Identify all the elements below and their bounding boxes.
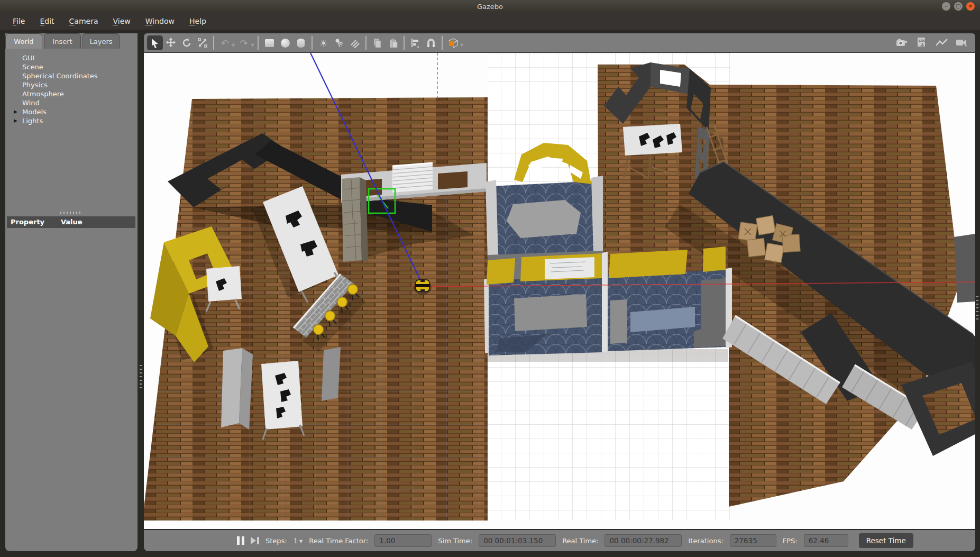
tab-insert[interactable]: Insert <box>44 33 81 49</box>
minimize-button[interactable]: – <box>942 2 950 11</box>
menu-camera[interactable]: Camera <box>62 13 106 30</box>
point-light-button[interactable]: ☀ <box>315 35 331 50</box>
fps-label: FPS: <box>783 537 798 545</box>
expand-arrow-icon[interactable]: ▶ <box>14 107 17 116</box>
menu-view[interactable]: View <box>106 13 138 30</box>
fps-value: 62.46 <box>804 534 848 547</box>
couch-gray[interactable] <box>610 299 627 344</box>
tree-item-lights[interactable]: ▶Lights <box>5 116 138 125</box>
robot-turtlebot[interactable] <box>414 280 432 295</box>
room-wall <box>602 252 608 352</box>
spot-light-icon <box>334 38 344 48</box>
tree-item-spherical-coordinates[interactable]: Spherical Coordinates <box>5 71 138 80</box>
room-lower-left[interactable] <box>484 253 602 355</box>
toolbar-separator <box>258 36 259 50</box>
plot-button[interactable] <box>934 35 950 50</box>
expand-arrow-icon[interactable]: ▶ <box>14 116 17 125</box>
toolbar-separator <box>442 36 443 50</box>
real-time-value: 00 00:00:27.982 <box>605 534 682 547</box>
toolbar-separator <box>312 36 313 50</box>
close-button[interactable]: ✕ <box>966 2 975 11</box>
steps-stepper[interactable]: 1▼ <box>294 537 303 545</box>
whiteboard <box>545 257 594 279</box>
tab-layers[interactable]: Layers <box>83 33 120 49</box>
panel-gray-small[interactable] <box>322 347 341 401</box>
steps-label: Steps: <box>265 537 287 545</box>
tree-item-gui[interactable]: GUI <box>5 53 138 62</box>
menu-help[interactable]: Help <box>182 13 214 30</box>
toolbar-separator <box>213 36 214 50</box>
snap-button[interactable] <box>423 35 439 50</box>
sphere-icon <box>281 39 290 48</box>
view-angle-button[interactable] <box>445 35 461 50</box>
svg-text:LOG: LOG <box>919 39 926 42</box>
log-icon: LOG <box>917 37 927 49</box>
table-gray[interactable] <box>514 294 587 331</box>
wall-yellow <box>609 250 688 278</box>
wall-stone-pillar[interactable] <box>342 177 368 262</box>
redo-button[interactable]: ↷ <box>236 35 252 50</box>
paste-button[interactable] <box>385 35 401 50</box>
menu-file[interactable]: File <box>5 13 32 30</box>
directional-light-button[interactable] <box>347 35 363 50</box>
value-column-header: Value <box>60 216 83 228</box>
rotate-icon <box>181 38 192 48</box>
sim-time-value: 00 00:01:03.150 <box>479 534 556 547</box>
select-arrow-icon <box>150 38 160 48</box>
titlebar[interactable]: Gazebo – □ ✕ <box>0 0 980 13</box>
table-gray-hex[interactable] <box>507 200 581 238</box>
wall-yellow <box>487 258 515 285</box>
viewport-splitter-handle-left[interactable] <box>140 365 142 389</box>
record-video-button[interactable] <box>954 35 970 50</box>
panel-gray-folding[interactable] <box>221 348 253 430</box>
tree-item-wind[interactable]: Wind <box>5 98 138 107</box>
menu-window[interactable]: Window <box>138 13 182 30</box>
video-camera-icon <box>956 38 968 48</box>
align-icon <box>410 38 420 48</box>
scene-canvas[interactable] <box>144 53 975 529</box>
select-tool-button[interactable] <box>147 35 163 50</box>
toolbar-separator <box>404 36 405 50</box>
align-button[interactable] <box>407 35 423 50</box>
directional-light-icon <box>350 38 360 48</box>
tree-item-models[interactable]: ▶Models <box>5 107 138 116</box>
tree-item-atmosphere[interactable]: Atmosphere <box>5 89 138 98</box>
tab-world[interactable]: World <box>5 33 42 49</box>
insert-cylinder-button[interactable] <box>293 35 309 50</box>
tree-item-physics[interactable]: Physics <box>5 80 138 89</box>
insert-sphere-button[interactable] <box>277 35 293 50</box>
translate-tool-button[interactable] <box>163 35 179 50</box>
reset-time-button[interactable]: Reset Time <box>859 533 913 548</box>
window-title: Gazebo <box>477 3 503 11</box>
pause-button[interactable] <box>237 536 244 545</box>
log-button[interactable]: LOG <box>914 35 930 50</box>
viewport-splitter-handle-right[interactable] <box>976 296 978 321</box>
scale-tool-button[interactable] <box>195 35 210 50</box>
iterations-value: 27635 <box>730 534 776 547</box>
paste-icon <box>388 38 398 48</box>
camera-icon <box>896 38 908 48</box>
viewport-3d[interactable] <box>144 53 975 529</box>
room-wall <box>486 180 498 259</box>
cylinder-icon <box>297 39 305 48</box>
insert-box-button[interactable] <box>261 35 277 50</box>
wall-gray-right-edge[interactable] <box>954 234 975 303</box>
rtf-label: Real Time Factor: <box>309 537 368 545</box>
room-lower-right[interactable] <box>602 246 732 352</box>
copy-icon <box>372 38 382 48</box>
panel-splitter-handle[interactable] <box>60 212 83 214</box>
tree-item-scene[interactable]: Scene <box>5 62 138 71</box>
step-button[interactable] <box>251 537 259 544</box>
sim-time-label: Sim Time: <box>438 537 472 545</box>
statusbar: Steps: 1▼ Real Time Factor: 1.00 Sim Tim… <box>144 530 975 551</box>
copy-button[interactable] <box>369 35 385 50</box>
screenshot-button[interactable] <box>894 35 910 50</box>
spot-light-button[interactable] <box>331 35 347 50</box>
rotate-tool-button[interactable] <box>179 35 195 50</box>
steps-dropdown-icon[interactable]: ▼ <box>299 539 303 544</box>
iterations-label: Iterations: <box>688 537 723 545</box>
menu-edit[interactable]: Edit <box>32 13 61 30</box>
maximize-button[interactable]: □ <box>954 2 963 11</box>
magnet-icon <box>426 38 436 48</box>
undo-button[interactable]: ↶ <box>217 35 233 50</box>
